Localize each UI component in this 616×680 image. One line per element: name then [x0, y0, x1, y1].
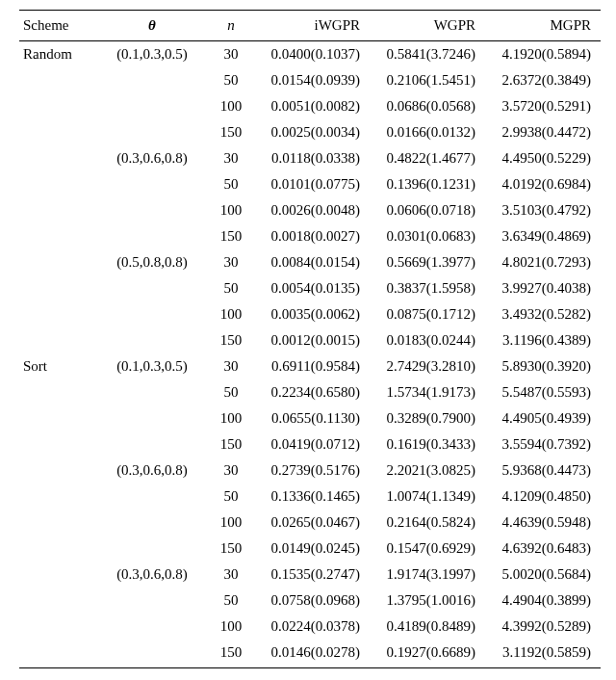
cell-scheme [19, 223, 96, 249]
cell-n: 50 [208, 67, 254, 93]
cell-theta [96, 588, 208, 614]
cell-scheme [19, 171, 96, 197]
cell-theta: (0.3,0.6,0.8) [96, 562, 208, 588]
cell-iwgpr: 0.1535(0.2747) [254, 562, 370, 588]
cell-mgpr: 4.8021(0.7293) [485, 249, 601, 275]
table-row: 1500.0012(0.0015)0.0183(0.0244)3.1196(0.… [19, 327, 601, 353]
table-row: 1500.0419(0.0712)0.1619(0.3433)3.5594(0.… [19, 432, 601, 458]
cell-n: 150 [208, 432, 254, 458]
cell-iwgpr: 0.0146(0.0278) [254, 640, 370, 668]
cell-wgpr: 0.2164(0.5824) [370, 510, 485, 536]
cell-theta [96, 484, 208, 510]
cell-wgpr: 2.2021(3.0825) [370, 458, 485, 484]
cell-mgpr: 5.8930(0.3920) [485, 353, 601, 379]
table-row: 1500.0018(0.0027)0.0301(0.0683)3.6349(0.… [19, 223, 601, 249]
cell-iwgpr: 0.0012(0.0015) [254, 327, 370, 353]
table-row: Random(0.1,0.3,0.5)300.0400(0.1037)0.584… [19, 41, 601, 68]
cell-scheme [19, 588, 96, 614]
cell-theta [96, 432, 208, 458]
table-row: 1500.0149(0.0245)0.1547(0.6929)4.6392(0.… [19, 536, 601, 562]
col-mgpr: MGPR [485, 11, 601, 41]
cell-scheme [19, 197, 96, 223]
cell-n: 100 [208, 301, 254, 327]
cell-mgpr: 3.5594(0.7392) [485, 432, 601, 458]
cell-mgpr: 2.6372(0.3849) [485, 67, 601, 93]
cell-scheme [19, 249, 96, 275]
cell-n: 50 [208, 275, 254, 301]
cell-iwgpr: 0.0054(0.0135) [254, 275, 370, 301]
table-row: 1000.0655(0.1130)0.3289(0.7900)4.4905(0.… [19, 405, 601, 432]
table-row: (0.3,0.6,0.8)300.0118(0.0338)0.4822(1.46… [19, 145, 601, 171]
cell-theta [96, 640, 208, 668]
cell-mgpr: 4.1209(0.4850) [485, 484, 601, 510]
cell-wgpr: 1.5734(1.9173) [370, 379, 485, 405]
table-row: Sort(0.1,0.3,0.5)300.6911(0.9584)2.7429(… [19, 353, 601, 379]
cell-scheme [19, 145, 96, 171]
cell-wgpr: 0.4822(1.4677) [370, 145, 485, 171]
cell-theta [96, 510, 208, 536]
cell-scheme [19, 275, 96, 301]
table-row: 1500.0025(0.0034)0.0166(0.0132)2.9938(0.… [19, 119, 601, 145]
table-row: (0.5,0.8,0.8)300.0084(0.0154)0.5669(1.39… [19, 249, 601, 275]
cell-iwgpr: 0.0118(0.0338) [254, 145, 370, 171]
cell-mgpr: 3.5103(0.4792) [485, 197, 601, 223]
cell-iwgpr: 0.0154(0.0939) [254, 67, 370, 93]
cell-n: 50 [208, 379, 254, 405]
cell-mgpr: 3.1192(0.5859) [485, 640, 601, 668]
cell-scheme [19, 510, 96, 536]
cell-wgpr: 1.3795(1.0016) [370, 588, 485, 614]
cell-wgpr: 2.7429(3.2810) [370, 353, 485, 379]
cell-mgpr: 4.1920(0.5894) [485, 41, 601, 68]
cell-wgpr: 0.1927(0.6689) [370, 640, 485, 668]
cell-iwgpr: 0.2739(0.5176) [254, 458, 370, 484]
table-row: 500.0101(0.0775)0.1396(0.1231)4.0192(0.6… [19, 171, 601, 197]
cell-scheme: Random [19, 41, 96, 68]
col-n: n [208, 11, 254, 41]
col-wgpr: WGPR [370, 11, 485, 41]
cell-theta [96, 93, 208, 119]
cell-n: 100 [208, 405, 254, 432]
cell-theta [96, 327, 208, 353]
cell-wgpr: 0.0606(0.0718) [370, 197, 485, 223]
cell-theta [96, 614, 208, 640]
table-header-row: Scheme θ n iWGPR WGPR MGPR [19, 11, 601, 41]
cell-n: 30 [208, 41, 254, 68]
col-scheme: Scheme [19, 11, 96, 41]
cell-scheme: Sort [19, 353, 96, 379]
cell-n: 150 [208, 536, 254, 562]
cell-n: 100 [208, 197, 254, 223]
cell-mgpr: 5.5487(0.5593) [485, 379, 601, 405]
cell-iwgpr: 0.0758(0.0968) [254, 588, 370, 614]
cell-theta [96, 405, 208, 432]
cell-theta [96, 275, 208, 301]
cell-scheme [19, 458, 96, 484]
cell-scheme [19, 119, 96, 145]
cell-scheme [19, 301, 96, 327]
cell-mgpr: 4.6392(0.6483) [485, 536, 601, 562]
cell-theta: (0.5,0.8,0.8) [96, 249, 208, 275]
cell-scheme [19, 562, 96, 588]
cell-n: 50 [208, 588, 254, 614]
cell-iwgpr: 0.0224(0.0378) [254, 614, 370, 640]
cell-scheme [19, 67, 96, 93]
table-row: 1000.0265(0.0467)0.2164(0.5824)4.4639(0.… [19, 510, 601, 536]
cell-n: 100 [208, 614, 254, 640]
cell-mgpr: 3.1196(0.4389) [485, 327, 601, 353]
cell-mgpr: 4.4905(0.4939) [485, 405, 601, 432]
cell-mgpr: 4.0192(0.6984) [485, 171, 601, 197]
cell-mgpr: 4.3992(0.5289) [485, 614, 601, 640]
table-row: (0.3,0.6,0.8)300.2739(0.5176)2.2021(3.08… [19, 458, 601, 484]
col-theta: θ [96, 11, 208, 41]
cell-iwgpr: 0.0026(0.0048) [254, 197, 370, 223]
cell-iwgpr: 0.0101(0.0775) [254, 171, 370, 197]
cell-wgpr: 0.4189(0.8489) [370, 614, 485, 640]
cell-mgpr: 5.0020(0.5684) [485, 562, 601, 588]
cell-scheme [19, 640, 96, 668]
cell-theta: (0.3,0.6,0.8) [96, 145, 208, 171]
cell-wgpr: 0.0686(0.0568) [370, 93, 485, 119]
table-row: 500.0154(0.0939)0.2106(1.5451)2.6372(0.3… [19, 67, 601, 93]
cell-theta [96, 301, 208, 327]
results-table: Scheme θ n iWGPR WGPR MGPR Random(0.1,0.… [19, 10, 601, 668]
table-row: 500.0054(0.0135)0.3837(1.5958)3.9927(0.4… [19, 275, 601, 301]
cell-theta: (0.1,0.3,0.5) [96, 41, 208, 68]
